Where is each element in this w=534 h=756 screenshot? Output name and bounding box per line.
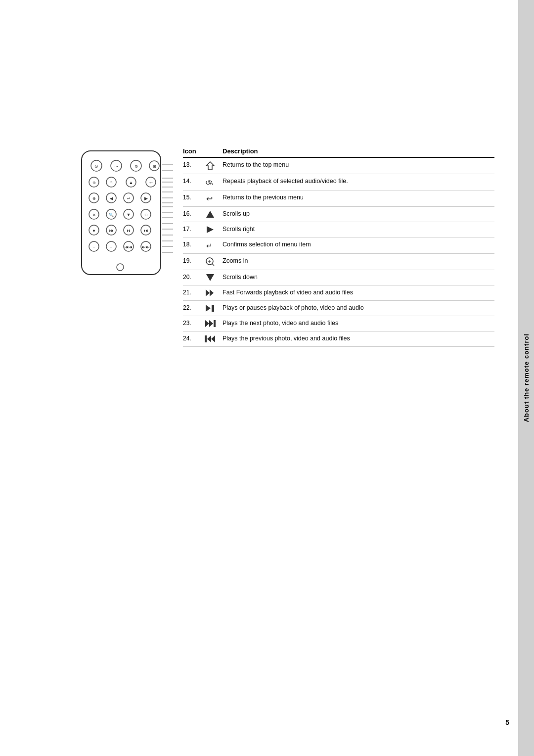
row-number: 19. (183, 257, 198, 264)
svg-marker-91 (210, 289, 214, 296)
svg-text:✕: ✕ (92, 213, 96, 217)
row-number: 14. (183, 177, 198, 185)
svg-marker-95 (209, 320, 213, 327)
svg-marker-82 (206, 211, 214, 218)
svg-rect-96 (214, 320, 216, 327)
svg-text:↰: ↰ (110, 181, 113, 185)
row-number: 16. (183, 210, 198, 217)
row-description: Returns to the previous menu (222, 193, 494, 202)
table-row: 23. Plays the next photo, video and audi… (183, 316, 494, 331)
row-description: Scrolls down (222, 273, 494, 282)
row-number: 18. (183, 240, 198, 248)
svg-text:🔍: 🔍 (109, 212, 114, 217)
table-row: 16. Scrolls up (183, 207, 494, 222)
svg-text:●: ● (92, 228, 95, 233)
remote-svg: ⊙ ··· ⚙ ⊞ ⊕ ↰ ▲ ↩ ⊕ ◀ ↵ ▶ ✕ (79, 148, 173, 280)
row-icon (198, 304, 222, 313)
svg-marker-89 (206, 274, 214, 281)
table-row: 21. Fast Forwards playback of video and … (183, 285, 494, 301)
row-icon: ↩ (198, 193, 222, 203)
row-icon: ↺ A (198, 177, 222, 187)
row-description: Zooms in (222, 257, 494, 266)
svg-text:⊕: ⊕ (92, 196, 96, 201)
row-icon (198, 319, 222, 328)
svg-text:⊙: ⊙ (94, 164, 98, 169)
table-row: 22. Plays or pauses playback of photo, v… (183, 301, 494, 316)
row-icon (198, 161, 222, 171)
row-number: 23. (183, 319, 198, 327)
svg-text:⏯: ⏯ (127, 228, 131, 233)
row-description: Repeats playback of selected audio/video… (222, 177, 494, 186)
svg-text:⊞: ⊞ (153, 164, 156, 169)
description-table: Icon Description 13. Returns to the top … (183, 147, 494, 347)
remote-diagram: ⊙ ··· ⚙ ⊞ ⊕ ↰ ▲ ↩ ⊕ ◀ ↵ ▶ ✕ (79, 148, 178, 277)
row-description: Plays the previous photo, video and audi… (222, 334, 494, 343)
svg-text:⏭: ⏭ (144, 228, 148, 233)
svg-text:◀: ◀ (110, 196, 113, 201)
row-icon (198, 334, 222, 343)
svg-text:−: − (110, 245, 113, 249)
row-description: Fast Forwards playback of video and audi… (222, 288, 494, 297)
sidebar: About the remote control (518, 0, 534, 756)
svg-marker-83 (207, 226, 214, 233)
svg-text:↩: ↩ (206, 194, 213, 203)
row-number: 15. (183, 193, 198, 201)
svg-marker-98 (211, 335, 215, 342)
row-icon (198, 210, 222, 219)
table-row: 24. Plays the previous photo, video and … (183, 331, 494, 347)
table-row: 18. ↵ Confirms selection of menu item (183, 237, 494, 254)
table-row: 17. Scrolls right (183, 222, 494, 237)
svg-text:A: A (210, 181, 213, 186)
col-icon-header: Icon (183, 147, 222, 155)
svg-marker-90 (206, 289, 210, 296)
table-row: 20. Scrolls down (183, 270, 494, 285)
svg-text:▲: ▲ (129, 180, 134, 185)
svg-text:⏮: ⏮ (109, 228, 114, 233)
svg-text:⊙: ⊙ (144, 213, 148, 217)
col-desc-header: Description (222, 147, 494, 155)
svg-text:▼: ▼ (127, 212, 131, 217)
table-header: Icon Description (183, 147, 494, 158)
svg-text:↩: ↩ (149, 181, 153, 185)
row-description: Plays the next photo, video and audio fi… (222, 319, 494, 328)
svg-marker-92 (206, 305, 211, 312)
row-icon: ↵ (198, 240, 222, 250)
table-row: 15. ↩ Returns to the previous menu (183, 190, 494, 207)
row-number: 24. (183, 334, 198, 342)
svg-marker-99 (207, 335, 211, 342)
svg-marker-94 (205, 320, 209, 327)
svg-rect-93 (212, 305, 214, 312)
row-icon (198, 225, 222, 234)
row-description: Returns to the top menu (222, 161, 494, 170)
row-icon (198, 288, 222, 297)
svg-text:↵: ↵ (206, 241, 213, 250)
svg-text:⊕: ⊕ (92, 181, 96, 185)
svg-text:−: − (93, 245, 95, 249)
row-icon (198, 273, 222, 282)
row-number: 13. (183, 161, 198, 168)
row-description: Scrolls up (222, 210, 494, 219)
svg-text:⚙: ⚙ (134, 164, 138, 169)
svg-text:···: ··· (114, 164, 118, 169)
row-number: 20. (183, 273, 198, 281)
table-row: 14. ↺ A Repeats playback of selected aud… (183, 174, 494, 190)
table-row: 13. Returns to the top menu (183, 158, 494, 174)
sidebar-label: About the remote control (523, 333, 530, 422)
svg-text:↵: ↵ (127, 196, 131, 201)
row-number: 22. (183, 304, 198, 311)
svg-text:⏭⏭: ⏭⏭ (142, 245, 150, 249)
svg-line-86 (212, 264, 214, 266)
row-icon (198, 257, 222, 267)
table-row: 19. Zooms in (183, 254, 494, 270)
row-description: Scrolls right (222, 225, 494, 234)
row-number: 17. (183, 225, 198, 233)
svg-rect-97 (205, 335, 207, 342)
row-description: Plays or pauses playback of photo, video… (222, 304, 494, 313)
svg-text:⏮⏮: ⏮⏮ (125, 245, 133, 249)
svg-point-49 (117, 264, 124, 271)
row-number: 21. (183, 288, 198, 296)
page-number: 5 (505, 718, 509, 726)
svg-text:▶: ▶ (144, 196, 148, 201)
row-description: Confirms selection of menu item (222, 240, 494, 249)
